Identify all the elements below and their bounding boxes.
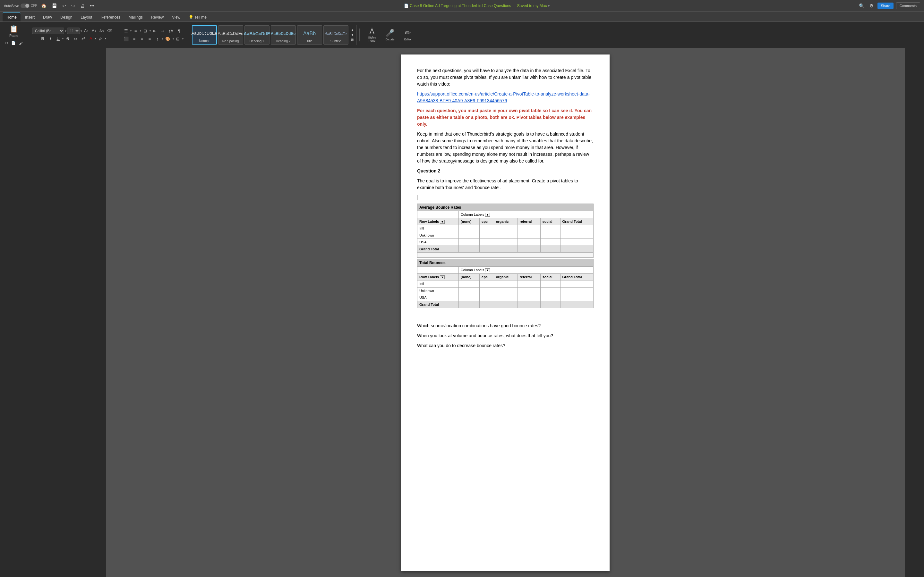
tab-insert[interactable]: Insert <box>21 13 39 21</box>
bold-button[interactable]: B <box>39 35 46 42</box>
bullets-dropdown[interactable]: ▾ <box>130 29 132 32</box>
font-name-dropdown[interactable]: ▾ <box>65 29 66 33</box>
row-filter-icon-1[interactable]: ▼ <box>440 220 445 224</box>
sep4 <box>359 29 360 41</box>
tab-mailings[interactable]: Mailings <box>125 13 147 21</box>
print-icon[interactable]: 🖨 <box>79 3 86 9</box>
style-heading1[interactable]: AaBbCcDdE Heading 1 <box>244 25 270 45</box>
styles-more-button[interactable]: ⊞ <box>350 37 355 42</box>
borders-dropdown[interactable]: ▾ <box>182 37 184 40</box>
shading-button[interactable]: 🎨 <box>164 35 172 42</box>
align-left-button[interactable]: ⬛ <box>122 35 130 42</box>
more-icon[interactable]: ••• <box>89 3 96 9</box>
numbering-dropdown[interactable]: ▾ <box>140 29 141 32</box>
save-icon[interactable]: 💾 <box>50 3 58 9</box>
justify-button[interactable]: ≡ <box>146 35 153 42</box>
paste-label: Paste <box>9 34 18 37</box>
row-filter-icon-2[interactable]: ▼ <box>440 276 445 279</box>
show-hide-button[interactable]: ¶ <box>176 27 183 34</box>
editor-button[interactable]: ✏ Editor <box>399 25 416 45</box>
document-page[interactable]: For the next questions, you will have to… <box>401 55 610 571</box>
redo-icon[interactable]: ↪ <box>70 3 76 9</box>
tab-references[interactable]: References <box>97 13 124 21</box>
align-center-button[interactable]: ≡ <box>131 35 138 42</box>
tab-tell-me[interactable]: 💡Tell me <box>185 13 210 21</box>
font-color-dropdown[interactable]: ▾ <box>95 37 96 40</box>
increase-indent-button[interactable]: ⇥ <box>159 27 166 34</box>
row-intl-1: Intl <box>417 225 594 232</box>
line-spacing-button[interactable]: ↕ <box>154 35 161 42</box>
strikethrough-button[interactable]: S̶ <box>64 35 71 42</box>
subscript-button[interactable]: x₂ <box>72 35 79 42</box>
tab-view[interactable]: View <box>168 13 184 21</box>
tab-review[interactable]: Review <box>147 13 168 21</box>
tab-home[interactable]: Home <box>3 13 21 21</box>
comments-button[interactable]: Comments <box>896 2 920 9</box>
filter-icon-2[interactable]: ▼ <box>485 268 490 272</box>
settings-icon[interactable]: ⚙ <box>868 3 875 9</box>
shading-dropdown[interactable]: ▾ <box>173 37 174 40</box>
style-heading2[interactable]: AaBbCcDdEe Heading 2 <box>271 25 296 45</box>
pivot-link[interactable]: https://support.office.com/en-us/article… <box>417 91 590 103</box>
col-none-2: (none) <box>459 274 479 280</box>
cut-button[interactable]: ✂ <box>4 40 9 46</box>
font-size-dropdown[interactable]: ▾ <box>81 29 82 33</box>
saved-dropdown[interactable]: ▾ <box>548 4 549 8</box>
col-none-1: (none) <box>459 218 479 225</box>
styles-pane-button[interactable]: Ā StylesPane <box>363 25 380 45</box>
main-area: For the next questions, you will have to… <box>0 48 924 577</box>
style-normal-label: Normal <box>199 39 209 43</box>
document-area[interactable]: For the next questions, you will have to… <box>106 48 905 577</box>
underline-button[interactable]: U <box>55 35 61 42</box>
underline-dropdown[interactable]: ▾ <box>62 37 63 40</box>
autosave-toggle[interactable] <box>21 3 29 8</box>
increase-font-button[interactable]: A↑ <box>83 28 90 34</box>
copy-button[interactable]: 📄 <box>10 40 17 46</box>
align-right-button[interactable]: ≡ <box>139 35 145 42</box>
tab-layout[interactable]: Layout <box>77 13 96 21</box>
decrease-indent-button[interactable]: ⇤ <box>152 27 158 34</box>
autosave-control[interactable]: AutoSave OFF <box>4 3 37 8</box>
change-case-button[interactable]: Aa <box>98 28 105 33</box>
font-name-select[interactable]: Calibri (Bo... <box>32 27 64 34</box>
clipboard-extras: ✂ 📄 🖌 <box>4 40 24 46</box>
font-size-select[interactable]: 11 <box>67 27 80 34</box>
decrease-font-button[interactable]: A↓ <box>90 28 97 34</box>
line-spacing-dropdown[interactable]: ▾ <box>162 37 163 40</box>
multilevel-dropdown[interactable]: ▾ <box>150 29 151 32</box>
borders-button[interactable]: ⊞ <box>174 35 182 42</box>
sort-button[interactable]: ↕A <box>167 27 175 34</box>
tab-design[interactable]: Design <box>57 13 76 21</box>
cursor-paragraph[interactable] <box>417 194 594 201</box>
font-color-button[interactable]: A <box>87 35 94 42</box>
styles-down-button[interactable]: ▼ <box>350 33 355 37</box>
style-no-spacing[interactable]: AaBbCcDdEe No Spacing <box>218 25 243 45</box>
share-button[interactable]: Share <box>877 3 893 9</box>
filter-icon-1[interactable]: ▼ <box>485 213 490 217</box>
undo-icon[interactable]: ↩ <box>61 3 67 9</box>
highlight-button[interactable]: 🖊 <box>97 35 104 42</box>
clear-format-button[interactable]: ⌫ <box>106 28 113 34</box>
para-intro: For the next questions, you will have to… <box>417 67 594 87</box>
dictate-button[interactable]: 🎤 Dictate <box>381 25 398 45</box>
italic-button[interactable]: I <box>47 35 54 42</box>
bullets-button[interactable]: ☰ <box>123 27 129 34</box>
style-normal[interactable]: AaBbCcDdEe Normal <box>192 25 217 45</box>
multilevel-button[interactable]: ⊟ <box>142 27 149 34</box>
style-title[interactable]: AaBb Title <box>297 25 322 45</box>
tab-draw[interactable]: Draw <box>39 13 56 21</box>
superscript-button[interactable]: x² <box>79 35 87 42</box>
saved-status: Saved to my Mac <box>517 3 547 8</box>
col-cpc-2: cpc <box>480 274 494 280</box>
col-grand-2: Grand Total <box>560 274 593 280</box>
paste-button[interactable]: 📋 Paste <box>8 24 20 40</box>
pivot-title-cell-2: Total Bounces <box>417 259 594 267</box>
home-icon[interactable]: 🏠 <box>40 3 48 9</box>
styles-up-button[interactable]: ▲ <box>350 28 355 32</box>
format-painter-button[interactable]: 🖌 <box>18 40 24 46</box>
highlight-dropdown[interactable]: ▾ <box>105 37 106 40</box>
numbering-button[interactable]: ≡ <box>132 27 139 34</box>
search-icon[interactable]: 🔍 <box>858 3 866 9</box>
row-intl-label-2: Intl <box>417 280 459 287</box>
style-subtitle[interactable]: AaBbCcDdEe Subtitle <box>323 25 349 45</box>
